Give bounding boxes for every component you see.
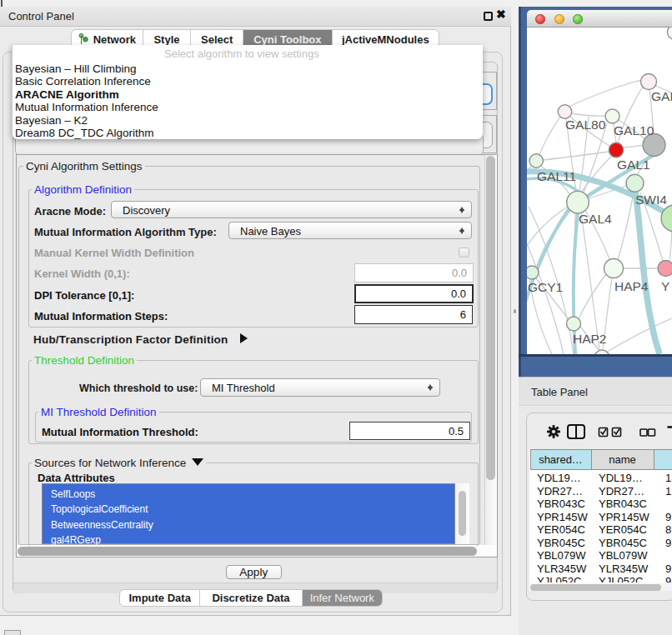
svg-text:HAP4: HAP4	[614, 279, 649, 293]
svg-text:GAL1: GAL1	[617, 158, 650, 172]
svg-text:HAP2: HAP2	[573, 332, 607, 346]
svg-text:SWI4: SWI4	[635, 192, 667, 207]
svg-text:GAL10: GAL10	[614, 123, 654, 138]
svg-text:GAL80: GAL80	[565, 118, 606, 132]
svg-text:GCY1: GCY1	[528, 280, 563, 294]
svg-text:GAL11: GAL11	[537, 169, 576, 183]
svg-text:GAL4: GAL4	[579, 212, 612, 226]
svg-text:Y: Y	[661, 279, 669, 293]
svg-text:GAL: GAL	[651, 89, 672, 103]
